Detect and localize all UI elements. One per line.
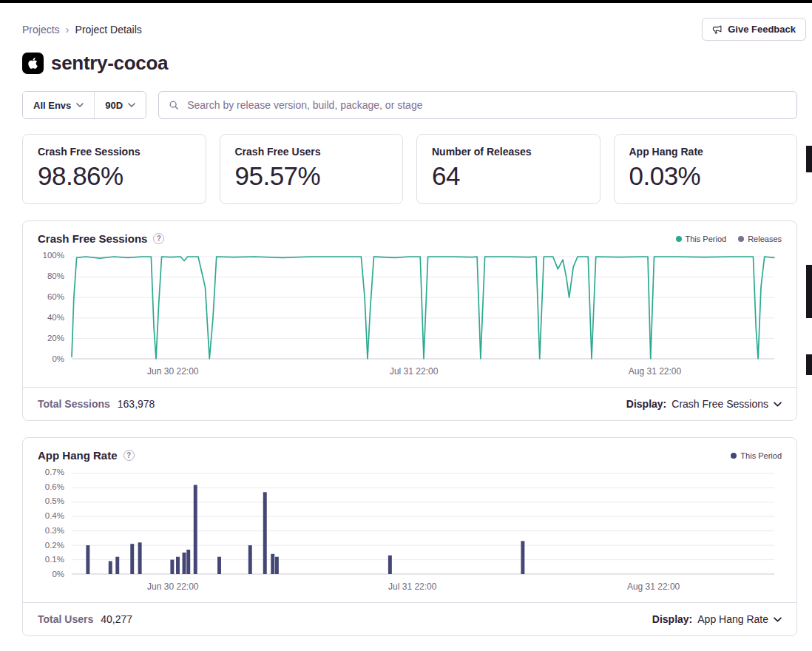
date-range-filter-dropdown[interactable]: 90D [94, 92, 146, 118]
background-window-artifact [806, 146, 812, 172]
total-sessions-value: 163,978 [118, 398, 155, 410]
legend-dot [676, 236, 682, 242]
x-axis-label: Jun 30 22:00 [147, 581, 198, 592]
stat-card-app-hang-rate: App Hang Rate 0.03% [614, 134, 798, 204]
stat-label: Crash Free Users [235, 146, 388, 158]
apple-platform-icon [22, 53, 44, 74]
legend-item[interactable]: Releases [738, 235, 782, 243]
release-search-box[interactable] [158, 91, 797, 119]
total-sessions: Total Sessions 163,978 [38, 398, 155, 410]
y-axis-label: 0.4% [45, 511, 64, 520]
megaphone-icon [712, 24, 723, 35]
y-axis-label: 0.1% [45, 555, 64, 564]
filter-group: All Envs 90D [22, 91, 146, 119]
stat-value: 95.57% [235, 161, 388, 191]
y-axis-label: 0% [52, 354, 64, 363]
stat-label: App Hang Rate [629, 146, 782, 158]
app-hang-rate-bar-chart [72, 472, 774, 574]
date-range-filter-label: 90D [105, 100, 123, 111]
chevron-down-icon [128, 103, 135, 107]
breadcrumb: Projects › Project Details [22, 23, 142, 36]
release-search-input[interactable] [186, 98, 787, 112]
display-selector[interactable]: Display: App Hang Rate [652, 613, 782, 625]
display-selector-value: App Hang Rate [697, 613, 768, 625]
page-title: sentry-cocoa [51, 52, 168, 75]
y-axis-label: 0.6% [45, 482, 64, 491]
x-axis-label: Jul 31 22:00 [390, 366, 438, 377]
display-selector[interactable]: Display: Crash Free Sessions [626, 398, 782, 410]
help-icon[interactable]: ? [124, 450, 135, 461]
y-axis-label: 60% [47, 292, 64, 301]
help-icon[interactable]: ? [153, 233, 164, 244]
app-hang-rate-panel: App Hang Rate ? This Period 0.7%0.6%0.5%… [22, 437, 797, 636]
display-selector-label: Display: [626, 398, 666, 410]
stat-value: 0.03% [629, 161, 782, 191]
legend-item[interactable]: This Period [731, 451, 782, 460]
stat-label: Crash Free Sessions [38, 146, 191, 158]
y-axis-label: 0.5% [45, 496, 64, 505]
give-feedback-button[interactable]: Give Feedback [702, 18, 806, 41]
legend-dot [738, 236, 744, 242]
y-axis-label: 0.7% [45, 468, 64, 476]
panel-title: App Hang Rate [38, 449, 118, 462]
environment-filter-dropdown[interactable]: All Envs [23, 92, 94, 118]
x-axis-label: Jun 30 22:00 [147, 366, 198, 377]
breadcrumb-separator-icon: › [66, 23, 70, 36]
crash-free-sessions-line-chart [72, 255, 774, 359]
search-icon [169, 100, 179, 110]
y-axis-label: 40% [47, 313, 64, 322]
x-axis-label: Aug 31 22:00 [629, 366, 681, 377]
breadcrumb-projects-link[interactable]: Projects [22, 24, 60, 36]
give-feedback-label: Give Feedback [728, 24, 796, 35]
y-axis-label: 20% [47, 334, 64, 343]
stat-value: 98.86% [38, 161, 191, 191]
x-axis: Jun 30 22:00Jul 31 22:00Aug 31 22:00 [72, 359, 774, 380]
y-axis-label: 100% [43, 251, 64, 260]
total-sessions-label: Total Sessions [38, 398, 110, 410]
background-window-artifact [806, 265, 812, 318]
chevron-down-icon [774, 402, 782, 407]
y-axis: 0.7%0.6%0.5%0.4%0.3%0.2%0.1%0% [29, 472, 72, 574]
project-details-page: Projects › Project Details Give Feedback… [22, 18, 797, 636]
legend-label: This Period [686, 235, 727, 243]
y-axis-label: 0.2% [45, 541, 64, 550]
total-users-label: Total Users [38, 613, 93, 625]
total-users-value: 40,277 [101, 613, 132, 625]
chart-legend: This PeriodReleases [676, 235, 782, 243]
x-axis: Jun 30 22:00Jul 31 22:00Aug 31 22:00 [72, 574, 774, 595]
legend-label: This Period [740, 451, 782, 460]
chevron-down-icon [774, 617, 782, 622]
y-axis-label: 80% [47, 271, 64, 280]
legend-item[interactable]: This Period [676, 235, 727, 243]
total-users: Total Users 40,277 [38, 613, 132, 625]
display-selector-value: Crash Free Sessions [671, 398, 768, 410]
legend-label: Releases [748, 235, 782, 243]
y-axis-label: 0% [52, 570, 64, 579]
panel-title: Crash Free Sessions [38, 232, 147, 245]
x-axis-label: Aug 31 22:00 [627, 581, 680, 592]
legend-dot [731, 453, 737, 459]
chevron-down-icon [76, 103, 84, 107]
stat-card-crash-free-sessions: Crash Free Sessions 98.86% [22, 134, 206, 204]
stat-card-number-of-releases: Number of Releases 64 [416, 134, 600, 204]
background-window-artifact [806, 354, 812, 375]
x-axis-label: Jul 31 22:00 [388, 581, 436, 592]
display-selector-label: Display: [652, 613, 692, 625]
stat-card-crash-free-users: Crash Free Users 95.57% [220, 134, 404, 204]
stat-label: Number of Releases [432, 146, 585, 158]
chart-legend: This Period [731, 451, 782, 460]
y-axis: 100%80%60%40%20%0% [29, 255, 72, 359]
breadcrumb-current: Project Details [75, 24, 142, 36]
stat-value: 64 [432, 161, 585, 191]
y-axis-label: 0.3% [45, 526, 64, 535]
screen-top-edge [0, 0, 812, 3]
environment-filter-label: All Envs [33, 100, 71, 111]
crash-free-sessions-panel: Crash Free Sessions ? This PeriodRelease… [22, 220, 797, 421]
